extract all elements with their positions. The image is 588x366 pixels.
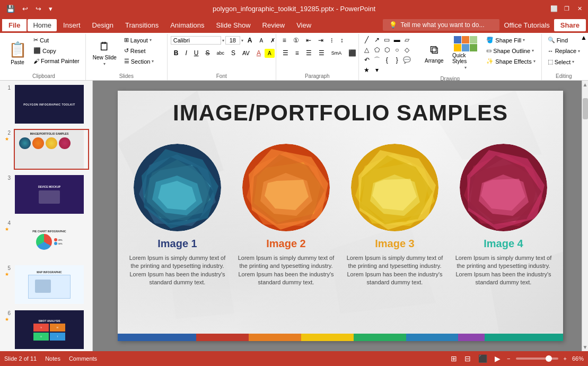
shape-curved-arrow[interactable]: ↶ [362,55,372,65]
shape-diamond[interactable]: ◇ [402,45,412,55]
scroll-thumb[interactable] [583,98,588,119]
convert-button[interactable]: ⬛ [345,48,359,58]
spacing-button[interactable]: AV [239,48,253,58]
decrease-indent-button[interactable]: ⇤ [303,35,314,46]
minimize-button[interactable]: ⬜ [550,4,558,13]
text-columns-button[interactable]: ⫶ [327,35,337,46]
font-size-input[interactable] [225,36,240,45]
menu-slideshow[interactable]: Slide Show [211,19,256,31]
shape-triangle[interactable]: △ [362,45,372,55]
shape-line[interactable]: ╱ [362,35,372,45]
strikethrough-button[interactable]: S [202,48,213,58]
normal-view-button[interactable]: ⊞ [450,353,458,364]
shape-rect[interactable]: ▭ [382,35,392,45]
align-center-button[interactable]: ≡ [292,48,302,58]
shape-parallelogram[interactable]: ▱ [402,35,412,45]
align-right-button[interactable]: ☰ [303,48,315,58]
section-button[interactable]: ☰ Section ▾ [121,56,164,66]
decrease-font-button[interactable]: A [256,36,266,45]
menu-transitions[interactable]: Transitions [120,19,164,31]
font-name-input[interactable] [171,36,221,45]
shape-arc[interactable]: ⌒ [372,55,382,65]
share-button[interactable]: Share [554,19,586,31]
menu-animations[interactable]: Animations [165,19,209,31]
zoom-level[interactable]: 66% [572,355,584,362]
arrange-button[interactable]: ⧉ Arrange [421,35,447,71]
slide-thumb-2[interactable]: 2 ★ IMAGE/PORTFOLIO SAMPLES [2,128,90,171]
slideshow-button[interactable]: ▶ [494,353,502,364]
copy-button[interactable]: ⬛ Copy [31,46,82,56]
select-button[interactable]: ⬚ Select ▾ [545,57,577,67]
slide-thumb-1[interactable]: 1 * POLYGON INFOGRAPHIC TOOLKIT [2,83,90,126]
zoom-slider[interactable] [516,358,558,360]
layout-button[interactable]: ⊞ Layout ▾ [121,35,164,45]
numbered-list-button[interactable]: ① [290,35,302,46]
replace-button[interactable]: ↔ Replace ▾ [545,46,583,56]
shape-bracket[interactable]: { [382,55,392,65]
reading-view-button[interactable]: ⬛ [477,353,488,364]
slide-thumb-6[interactable]: 6 ★ SWOT ANALYSIS S W O T [2,308,90,351]
bullet-list-button[interactable]: ≡ [279,35,289,46]
menu-view[interactable]: View [291,19,317,31]
scroll-down-button[interactable]: ▼ [582,344,588,350]
justify-button[interactable]: ☰ [315,48,328,58]
undo-icon[interactable]: ↩ [20,4,30,14]
slide-thumb-5[interactable]: 5 ★ MAP INFOGRAPHIC [2,263,90,306]
quick-styles-button[interactable]: Quick Styles ▾ [449,35,482,71]
reset-button[interactable]: ↺ Reset [121,46,164,56]
align-left-button[interactable]: ☰ [279,48,292,58]
menu-file[interactable]: File [2,19,27,31]
text-highlight-button[interactable]: A [265,49,275,58]
cut-button[interactable]: ✂ Cut [31,35,82,45]
office-tutorials-link[interactable]: Office Tutorials [504,21,549,29]
increase-indent-button[interactable]: ⇥ [315,35,327,46]
find-button[interactable]: 🔍 Find [545,35,571,45]
shape-more[interactable]: ▾ [372,65,382,75]
shadow-button[interactable]: S [228,48,239,58]
slide-canvas[interactable]: IMAGE/PORTFOLIO SAMPLES [118,91,563,341]
notes-button[interactable]: Notes [45,355,60,362]
shape-outline-button[interactable]: ▭ Shape Outline ▾ [484,46,538,56]
zoom-in-button[interactable]: + [564,355,567,362]
new-slide-button[interactable]: 🗒 New Slide ▾ [89,35,120,71]
shape-circle[interactable]: ○ [392,45,402,55]
save-icon[interactable]: 💾 [4,4,17,14]
collapse-ribbon-button[interactable]: ▲ [581,34,587,41]
close-button[interactable]: ✕ [575,4,584,13]
menu-design[interactable]: Design [87,19,119,31]
shape-star[interactable]: ★ [362,65,372,75]
shape-hexagon[interactable]: ⬡ [382,45,392,55]
smart-art-button[interactable]: SmA [328,49,345,57]
increase-font-button[interactable]: A [244,35,256,46]
canvas-scrollbar[interactable]: ▲ ▼ [582,81,588,351]
maximize-button[interactable]: ❐ [563,4,571,13]
font-name-arrow[interactable]: ▾ [222,38,224,43]
shape-pentagon[interactable]: ⬠ [372,45,382,55]
tell-me-input[interactable]: 💡 Tell me what you want to do... [383,19,499,31]
smallcaps-button[interactable]: abc [213,49,227,57]
format-painter-button[interactable]: 🖌 Format Painter [31,56,82,66]
zoom-out-button[interactable]: − [507,355,510,362]
shape-fill-button[interactable]: 🪣 Shape Fill ▾ [484,35,538,45]
shape-brace[interactable]: } [392,55,402,65]
slide-thumb-4[interactable]: 4 ★ PIE CHART INFOGRAPHIC 28% 56% [2,218,90,261]
shape-effects-button[interactable]: ✨ Shape Effects ▾ [484,56,538,66]
slide-sorter-button[interactable]: ⊟ [463,353,472,364]
slide-thumb-3[interactable]: 3 * DEVICE MOCKUP [2,173,90,216]
menu-insert[interactable]: Insert [58,19,86,31]
shape-arrow[interactable]: ↗ [372,35,382,45]
scroll-up-button[interactable]: ▲ [583,82,588,88]
customize-icon[interactable]: ▾ [47,4,55,14]
font-size-arrow[interactable]: ▾ [241,38,243,43]
paste-button[interactable]: 📋 Paste [5,35,30,71]
shape-callout[interactable]: 💬 [402,55,412,65]
underline-button[interactable]: U [191,48,202,58]
bold-button[interactable]: B [171,48,182,58]
comments-button[interactable]: Comments [69,355,97,362]
redo-icon[interactable]: ↪ [33,4,43,14]
menu-home[interactable]: Home [28,19,57,31]
italic-button[interactable]: I [182,48,190,58]
font-color-button[interactable]: A [253,48,264,58]
shape-rounded-rect[interactable]: ▬ [392,35,402,45]
menu-review[interactable]: Review [257,19,291,31]
